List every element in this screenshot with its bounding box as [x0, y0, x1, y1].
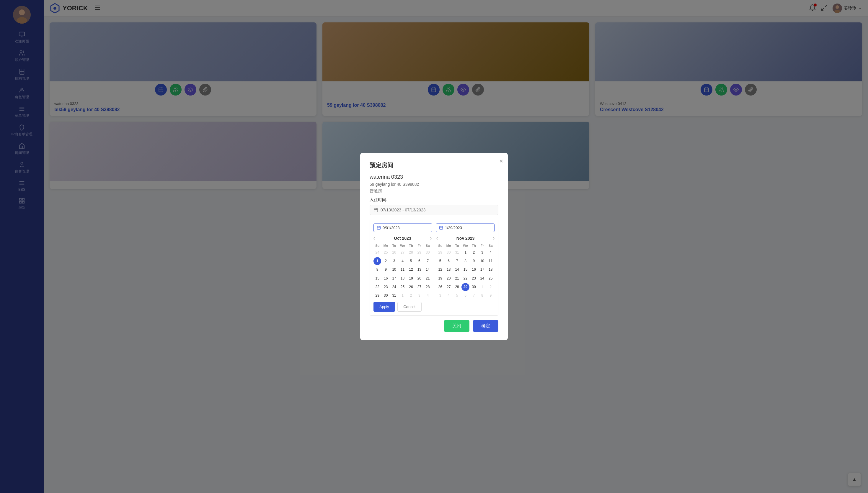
- calendar-day[interactable]: 8: [374, 266, 381, 274]
- cancel-button[interactable]: Cancel: [397, 302, 422, 312]
- close-modal-button[interactable]: 关闭: [444, 320, 469, 332]
- calendar-day: 30: [424, 249, 432, 257]
- calendar-day[interactable]: 2: [470, 249, 478, 257]
- calendar-day[interactable]: 28: [424, 283, 432, 291]
- calendar-day[interactable]: 11: [399, 266, 406, 274]
- calendar-day[interactable]: 29: [374, 292, 381, 300]
- calendar-day[interactable]: 5: [436, 257, 444, 265]
- calendar-day: 8: [478, 292, 486, 300]
- calendar-day[interactable]: 23: [382, 283, 389, 291]
- right-cal-month: Nov 2023: [457, 236, 475, 241]
- calendar-day[interactable]: 19: [436, 275, 444, 282]
- calendar-day[interactable]: 28: [453, 283, 461, 291]
- calendar-day[interactable]: 20: [445, 275, 452, 282]
- left-cal-prev[interactable]: ‹: [374, 236, 375, 241]
- calendar-day[interactable]: 14: [424, 266, 432, 274]
- apply-button[interactable]: Apply: [374, 302, 395, 312]
- calendar-day[interactable]: 5: [407, 257, 415, 265]
- calendar-day: 4: [424, 292, 432, 300]
- calendar-day[interactable]: 14: [453, 266, 461, 274]
- calendar-day[interactable]: 26: [407, 283, 415, 291]
- calendar-day[interactable]: 2: [382, 257, 389, 265]
- calendar-day[interactable]: 15: [374, 275, 381, 282]
- calendar-day[interactable]: 22: [462, 275, 469, 282]
- calendars: ‹ Oct 2023 › SuMoTuWeThFrSa2425262728293…: [374, 236, 494, 300]
- calendar-day[interactable]: 25: [487, 275, 494, 282]
- calendar-day[interactable]: 11: [487, 257, 494, 265]
- right-calendar: ‹ Nov 2023 › SuMoTuWeThFrSa2930311234567…: [436, 236, 494, 300]
- day-of-week: Fr: [416, 243, 423, 248]
- calendar-day[interactable]: 17: [478, 266, 486, 274]
- modal-close-button[interactable]: ×: [500, 158, 503, 165]
- calendar-icon: [374, 208, 378, 212]
- end-date-input[interactable]: 1/29/2023: [436, 223, 494, 232]
- calendar-day[interactable]: 4: [487, 249, 494, 257]
- calendar-day[interactable]: 24: [390, 283, 398, 291]
- calendar-day[interactable]: 13: [416, 266, 423, 274]
- day-of-week: Tu: [390, 243, 398, 248]
- right-cal-grid: SuMoTuWeThFrSa29303112345678910111213141…: [436, 243, 494, 300]
- calendar-day[interactable]: 3: [478, 249, 486, 257]
- calendar-day: 6: [462, 292, 469, 300]
- picker-buttons: Apply Cancel: [374, 302, 494, 312]
- right-cal-next[interactable]: ›: [493, 236, 494, 241]
- calendar-day[interactable]: 22: [374, 283, 381, 291]
- calendar-day: 31: [453, 249, 461, 257]
- calendar-day: 30: [445, 249, 452, 257]
- day-of-week: Th: [470, 243, 478, 248]
- left-cal-next[interactable]: ›: [430, 236, 432, 241]
- calendar-day[interactable]: 1: [374, 257, 381, 265]
- date-picker: 0/01/2023 1/29/2023 ‹ Oct 2023 › SuMoTuW…: [370, 220, 498, 316]
- calendar-day[interactable]: 18: [487, 266, 494, 274]
- calendar-day[interactable]: 31: [390, 292, 398, 300]
- calendar-day[interactable]: 6: [445, 257, 452, 265]
- calendar-day[interactable]: 9: [382, 266, 389, 274]
- calendar-day[interactable]: 1: [462, 249, 469, 257]
- modal-address: 59 geylang lor 40 S398082: [370, 182, 498, 187]
- calendar-day[interactable]: 16: [382, 275, 389, 282]
- start-date-value: 0/01/2023: [383, 226, 400, 230]
- calendar-day[interactable]: 23: [470, 275, 478, 282]
- calendar-day[interactable]: 10: [478, 257, 486, 265]
- calendar-day[interactable]: 4: [399, 257, 406, 265]
- calendar-day[interactable]: 24: [478, 275, 486, 282]
- calendar-day[interactable]: 17: [390, 275, 398, 282]
- calendar-day[interactable]: 30: [470, 283, 478, 291]
- calendar-day[interactable]: 12: [436, 266, 444, 274]
- confirm-modal-button[interactable]: 确定: [473, 320, 498, 332]
- date-range-display[interactable]: 07/13/2023 - 07/13/2023: [370, 205, 498, 215]
- right-cal-header: ‹ Nov 2023 ›: [436, 236, 494, 241]
- calendar-day: 1: [399, 292, 406, 300]
- calendar-day[interactable]: 30: [382, 292, 389, 300]
- day-of-week: We: [399, 243, 406, 248]
- calendar-day[interactable]: 27: [416, 283, 423, 291]
- calendar-day[interactable]: 25: [399, 283, 406, 291]
- calendar-day[interactable]: 26: [436, 283, 444, 291]
- calendar-day[interactable]: 3: [390, 257, 398, 265]
- svg-rect-54: [377, 227, 381, 230]
- calendar-day[interactable]: 20: [416, 275, 423, 282]
- calendar-day[interactable]: 21: [424, 275, 432, 282]
- calendar-day[interactable]: 10: [390, 266, 398, 274]
- calendar-day[interactable]: 15: [462, 266, 469, 274]
- calendar-day[interactable]: 16: [470, 266, 478, 274]
- calendar-day[interactable]: 13: [445, 266, 452, 274]
- calendar-day[interactable]: 18: [399, 275, 406, 282]
- cal-icon-end: [439, 226, 443, 230]
- modal-title: 预定房间: [370, 161, 498, 169]
- start-date-input[interactable]: 0/01/2023: [374, 223, 432, 232]
- calendar-day[interactable]: 6: [416, 257, 423, 265]
- right-cal-prev[interactable]: ‹: [436, 236, 438, 241]
- calendar-day[interactable]: 7: [424, 257, 432, 265]
- calendar-day: 2: [407, 292, 415, 300]
- calendar-day[interactable]: 8: [462, 257, 469, 265]
- calendar-day[interactable]: 21: [453, 275, 461, 282]
- svg-rect-50: [374, 209, 378, 212]
- calendar-day[interactable]: 19: [407, 275, 415, 282]
- calendar-day[interactable]: 27: [445, 283, 452, 291]
- day-of-week: Su: [436, 243, 444, 248]
- calendar-day[interactable]: 9: [470, 257, 478, 265]
- calendar-day[interactable]: 12: [407, 266, 415, 274]
- calendar-day[interactable]: 29: [462, 283, 469, 291]
- calendar-day[interactable]: 7: [453, 257, 461, 265]
